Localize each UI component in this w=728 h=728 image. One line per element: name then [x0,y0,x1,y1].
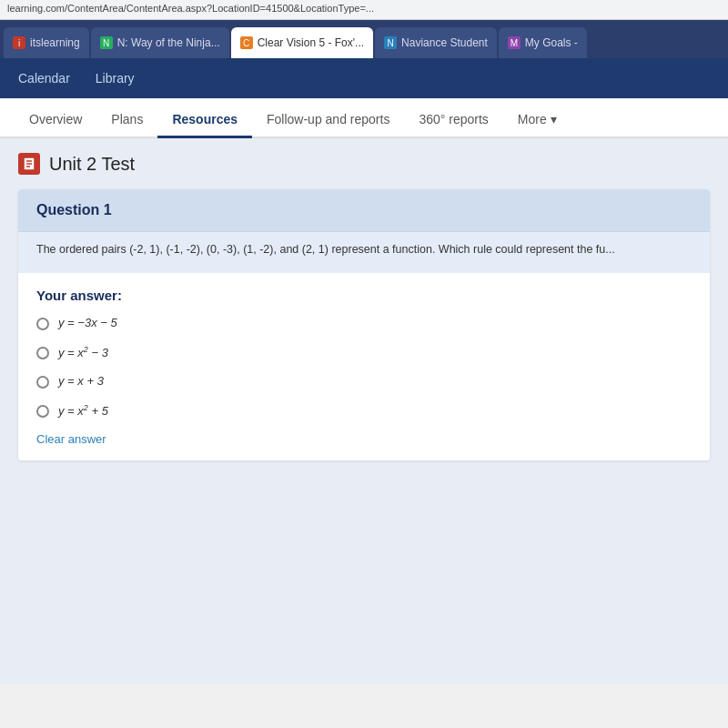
cv-tab-icon: C [240,36,253,49]
naviance-tab-icon: N [384,36,397,49]
answer-option-2[interactable]: y = x2 − 3 [36,345,692,359]
clear-answer-button[interactable]: Clear answer [36,432,692,446]
question-body: The ordered pairs (-2, 1), (-1, -2), (0,… [18,232,710,273]
goals-tab-icon: M [508,36,521,49]
radio-option-1[interactable] [36,318,49,330]
tab-ninja[interactable]: N N: Way of the Ninja... [91,27,229,58]
tab-360reports[interactable]: 360° reports [404,103,502,138]
tab-mygoals[interactable]: M My Goals - [499,27,587,58]
tab-naviance-label: Naviance Student [401,36,488,49]
tab-clearvision[interactable]: C Clear Vision 5 - Fox'... [231,27,373,58]
url-bar: learning.com/ContentArea/ContentArea.asp… [0,0,728,20]
browser-tabs-bar: i itslearning N N: Way of the Ninja... C… [0,20,728,58]
nav-calendar[interactable]: Calendar [15,66,74,91]
answer-text-4: y = x2 + 5 [58,403,108,418]
tab-ninja-label: N: Way of the Ninja... [117,36,220,49]
tab-followup[interactable]: Follow-up and reports [252,103,404,138]
question-number: Question 1 [36,202,692,218]
page-title-row: Unit 2 Test [18,153,710,175]
tab-naviance[interactable]: N Naviance Student [375,27,497,58]
app-nav: Calendar Library [0,58,728,98]
question-header: Question 1 [18,189,710,232]
itslearning-tab-icon: i [13,36,25,49]
question-text: The ordered pairs (-2, 1), (-1, -2), (0,… [36,241,692,258]
main-content: Unit 2 Test Question 1 The ordered pairs… [0,138,728,684]
answer-text-2: y = x2 − 3 [58,345,108,359]
tab-resources[interactable]: Resources [157,103,252,138]
question-card: Question 1 The ordered pairs (-2, 1), (-… [18,189,710,460]
page-title-text: Unit 2 Test [49,154,135,175]
tab-plans[interactable]: Plans [96,103,157,138]
tab-navigation: Overview Plans Resources Follow-up and r… [0,98,728,138]
tab-itslearning[interactable]: i itslearning [4,27,89,58]
answer-option-3[interactable]: y = x + 3 [36,374,692,389]
answer-option-4[interactable]: y = x2 + 5 [36,403,692,418]
radio-option-3[interactable] [36,376,49,389]
nav-library[interactable]: Library [92,66,138,91]
ninja-tab-icon: N [100,36,113,49]
answer-option-1[interactable]: y = −3x − 5 [36,316,692,330]
radio-option-4[interactable] [36,405,49,418]
unit-test-icon [18,153,40,175]
radio-option-2[interactable] [36,347,49,359]
tab-cv-label: Clear Vision 5 - Fox'... [258,36,364,49]
tab-goals-label: My Goals - [525,36,578,49]
your-answer-label: Your answer: [36,288,692,303]
answer-text-1: y = −3x − 5 [58,316,117,329]
your-answer-section: Your answer: y = −3x − 5 y = x2 − 3 y = … [18,273,710,461]
tab-overview[interactable]: Overview [15,103,96,138]
tab-itslearning-label: itslearning [30,36,80,49]
answer-text-3: y = x + 3 [58,374,104,388]
tab-more[interactable]: More ▾ [503,103,571,138]
